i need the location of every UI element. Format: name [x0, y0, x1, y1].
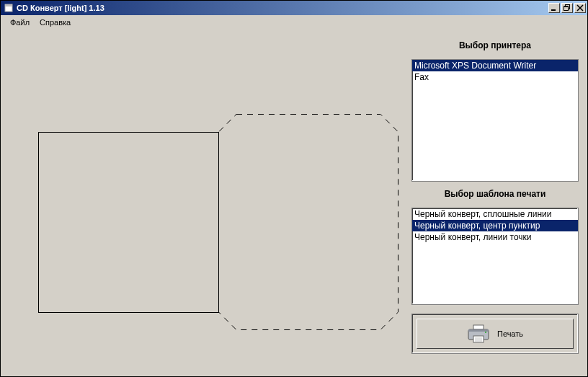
restore-button[interactable]	[561, 3, 573, 13]
menu-help[interactable]: Справка	[35, 17, 76, 28]
svg-rect-6	[39, 133, 219, 313]
svg-rect-9	[473, 336, 484, 342]
envelope-preview	[38, 114, 398, 330]
list-item[interactable]: Черный конверт, линии точки	[412, 231, 578, 243]
print-button-label: Печать	[497, 329, 523, 338]
printer-section-label: Выбор принтера	[411, 39, 579, 53]
template-list[interactable]: Черный конверт, сплошные линииЧерный кон…	[411, 208, 579, 305]
printer-list[interactable]: Microsoft XPS Document WriterFax	[411, 59, 579, 182]
printer-icon	[467, 324, 490, 343]
print-button[interactable]: Печать	[416, 319, 574, 349]
svg-rect-2	[551, 9, 556, 11]
svg-rect-5	[564, 6, 569, 8]
svg-rect-1	[5, 4, 12, 6]
list-item[interactable]: Черный конверт, сплошные линии	[412, 208, 578, 220]
svg-rect-8	[468, 329, 489, 332]
list-item[interactable]: Microsoft XPS Document Writer	[412, 60, 578, 71]
svg-rect-7	[473, 325, 484, 329]
close-button[interactable]	[574, 3, 586, 13]
client-area: Выбор принтера Microsoft XPS Document Wr…	[1, 29, 587, 376]
template-section-label: Выбор шаблона печати	[411, 187, 579, 202]
app-icon	[4, 3, 14, 13]
menu-file[interactable]: Файл	[5, 17, 35, 28]
print-button-frame: Печать	[411, 314, 579, 354]
svg-point-13	[485, 332, 486, 333]
list-item[interactable]: Черный конверт, центр пунктир	[412, 220, 578, 231]
preview-area	[8, 35, 411, 369]
window-title: CD Конверт [light] 1.13	[17, 4, 548, 12]
list-item[interactable]: Fax	[412, 71, 578, 83]
menu-bar: Файл Справка	[1, 15, 587, 29]
title-bar: CD Конверт [light] 1.13	[1, 1, 587, 15]
minimize-button[interactable]	[548, 3, 560, 13]
